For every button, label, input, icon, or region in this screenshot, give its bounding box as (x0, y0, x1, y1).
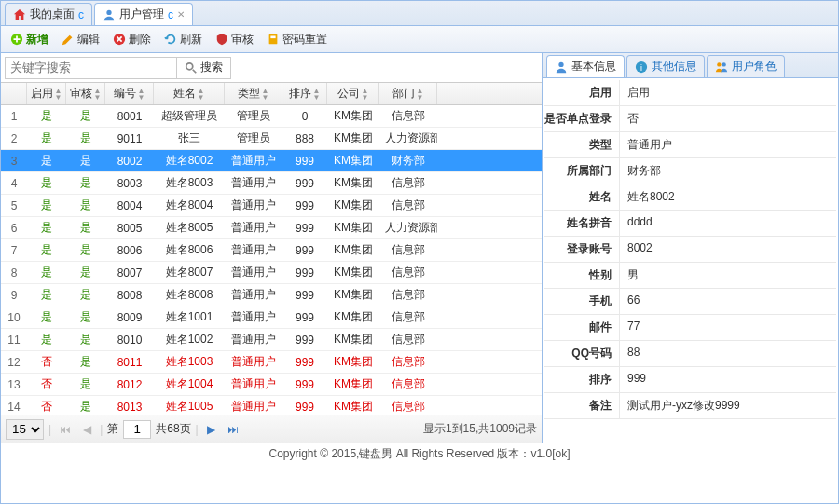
table-row[interactable]: 12否是8011姓名1003普通用户999KM集团信息部 (1, 351, 542, 374)
tab-user-mgmt[interactable]: 用户管理 c ✕ (94, 3, 193, 25)
cell-index: 12 (1, 356, 27, 369)
password-reset-button[interactable]: 密码重置 (261, 29, 333, 50)
sort-icon: ▲▼ (417, 88, 424, 101)
cell-index: 1 (1, 110, 27, 123)
form-row: 姓名拼音dddd (544, 211, 836, 237)
table-body: 1是是8001超级管理员管理员0KM集团信息部2是是9011张三管理员888KM… (1, 105, 542, 415)
form-value: 普通用户 (619, 132, 836, 157)
table-row[interactable]: 8是是8007姓名8007普通用户999KM集团信息部 (1, 262, 542, 284)
form-row: 所属部门财务部 (544, 158, 836, 184)
cell-name: 张三 (154, 130, 225, 146)
cell-audit: 是 (66, 108, 105, 124)
page-input[interactable] (123, 420, 151, 439)
prev-page-button[interactable]: ◀ (79, 421, 95, 438)
grid-area: 搜索 启用▲▼ 审核▲▼ 编号▲▼ 姓名▲▼ 类型▲▼ 排序▲▼ 公司▲▼ 部门… (1, 53, 543, 443)
table-row[interactable]: 2是是9011张三管理员888KM集团人力资源部 (1, 128, 542, 150)
refresh-button[interactable]: 刷新 (158, 29, 208, 50)
page-size-select[interactable]: 15 (6, 419, 44, 440)
cell-sort: 999 (282, 378, 327, 391)
cell-sort: 999 (282, 244, 327, 257)
cell-enable: 是 (27, 332, 66, 347)
table-row[interactable]: 14否是8013姓名1005普通用户999KM集团信息部 (1, 396, 542, 415)
delete-icon (113, 33, 126, 46)
col-index (1, 83, 27, 104)
sort-icon: ▲▼ (138, 88, 145, 101)
table-row[interactable]: 11是是8010姓名1002普通用户999KM集团信息部 (1, 329, 542, 351)
table-row[interactable]: 1是是8001超级管理员管理员0KM集团信息部 (1, 105, 542, 128)
form-label: QQ号码 (544, 341, 619, 366)
cell-enable: 否 (27, 376, 66, 392)
col-enable[interactable]: 启用▲▼ (27, 83, 66, 104)
cell-type: 普通用户 (225, 332, 282, 347)
tab-user-role[interactable]: 用户角色 (707, 55, 785, 77)
col-dept[interactable]: 部门▲▼ (379, 83, 437, 104)
table-row[interactable]: 3是是8002姓名8002普通用户999KM集团财务部 (1, 150, 542, 172)
close-icon[interactable]: ✕ (177, 9, 185, 20)
audit-button[interactable]: 审核 (210, 29, 259, 50)
add-button[interactable]: 新增 (5, 29, 54, 50)
cell-name: 姓名1005 (154, 399, 225, 415)
col-type[interactable]: 类型▲▼ (225, 83, 282, 104)
col-sort[interactable]: 排序▲▼ (282, 83, 327, 104)
cell-type: 普通用户 (225, 265, 282, 280)
delete-button[interactable]: 删除 (107, 29, 157, 50)
table-row[interactable]: 4是是8003姓名8003普通用户999KM集团信息部 (1, 172, 542, 195)
search-input[interactable] (5, 57, 177, 79)
table-row[interactable]: 5是是8004姓名8004普通用户999KM集团信息部 (1, 195, 542, 217)
edit-button[interactable]: 编辑 (56, 29, 105, 50)
table-row[interactable]: 10是是8009姓名1001普通用户999KM集团信息部 (1, 306, 542, 329)
form-label: 所属部门 (544, 158, 619, 184)
cell-name: 姓名8003 (154, 175, 225, 191)
users-icon (715, 61, 728, 74)
tab-desktop[interactable]: 我的桌面 c (5, 3, 92, 25)
tab-label: 用户管理 (119, 7, 164, 22)
cell-sort: 999 (282, 334, 327, 347)
cell-dept: 信息部 (379, 309, 437, 325)
table-row[interactable]: 9是是8008姓名8008普通用户999KM集团信息部 (1, 284, 542, 306)
cell-dept: 人力资源部 (379, 220, 437, 236)
cell-type: 管理员 (225, 108, 282, 124)
form-label: 启用 (544, 80, 619, 105)
tab-basic-info[interactable]: 基本信息 (546, 55, 625, 77)
first-page-button[interactable]: ⏮ (56, 421, 75, 438)
table-row[interactable]: 7是是8006姓名8006普通用户999KM集团信息部 (1, 239, 542, 262)
cell-name: 姓名1001 (154, 309, 225, 325)
cell-dept: 信息部 (379, 287, 437, 303)
cell-type: 普通用户 (225, 399, 282, 415)
cell-sort: 999 (282, 289, 327, 302)
form-value: 启用 (619, 80, 836, 105)
cell-audit: 是 (66, 242, 105, 258)
cell-id: 8003 (105, 177, 154, 190)
next-page-button[interactable]: ▶ (203, 421, 219, 438)
cell-audit: 是 (66, 265, 105, 280)
search-icon (185, 61, 198, 75)
search-button[interactable]: 搜索 (177, 57, 231, 79)
col-audit[interactable]: 审核▲▼ (66, 83, 105, 104)
cell-name: 姓名1002 (154, 332, 225, 347)
tab-refresh[interactable]: c (78, 8, 84, 21)
svg-rect-3 (269, 34, 278, 45)
cell-enable: 是 (27, 153, 66, 169)
form-label: 姓名 (544, 184, 619, 210)
col-id[interactable]: 编号▲▼ (105, 83, 154, 104)
col-company[interactable]: 公司▲▼ (327, 83, 379, 104)
cell-type: 普通用户 (225, 242, 282, 258)
cell-type: 普通用户 (225, 354, 282, 370)
cell-dept: 财务部 (379, 153, 437, 169)
table-row[interactable]: 6是是8005姓名8005普通用户999KM集团人力资源部 (1, 217, 542, 239)
table-row[interactable]: 13否是8012姓名1004普通用户999KM集团信息部 (1, 374, 542, 396)
form-row: 性别男 (544, 263, 836, 289)
cell-sort: 888 (282, 132, 327, 145)
cell-name: 姓名8006 (154, 242, 225, 258)
cell-audit: 是 (66, 332, 105, 347)
tab-other-info[interactable]: i 其他信息 (626, 55, 705, 77)
cell-enable: 是 (27, 265, 66, 280)
form-label: 性别 (544, 263, 619, 288)
cell-company: KM集团 (327, 309, 379, 325)
cell-id: 8006 (105, 244, 154, 257)
cell-sort: 999 (282, 222, 327, 235)
tab-refresh[interactable]: c (168, 8, 173, 21)
cell-dept: 信息部 (379, 332, 437, 347)
last-page-button[interactable]: ⏭ (224, 421, 242, 438)
col-name[interactable]: 姓名▲▼ (154, 83, 225, 104)
